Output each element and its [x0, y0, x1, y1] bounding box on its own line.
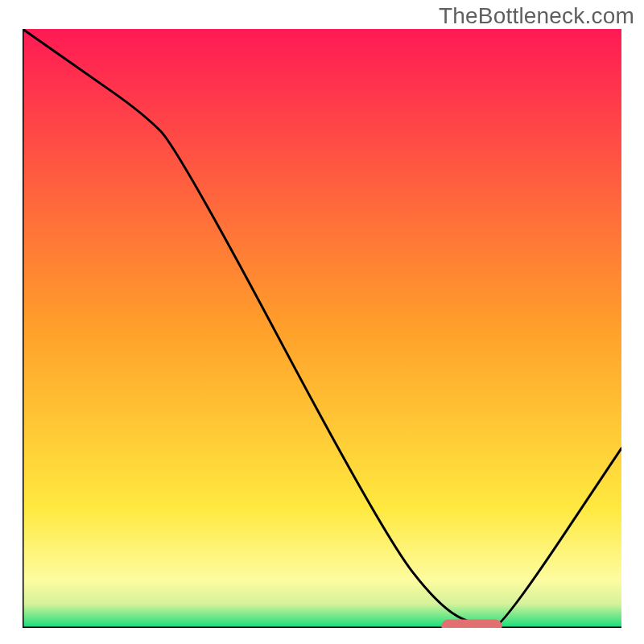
- bottleneck-chart: [23, 29, 621, 628]
- optimal-zone-marker: [442, 620, 502, 628]
- chart-gradient-background: [23, 29, 621, 628]
- watermark-text: TheBottleneck.com: [439, 3, 634, 29]
